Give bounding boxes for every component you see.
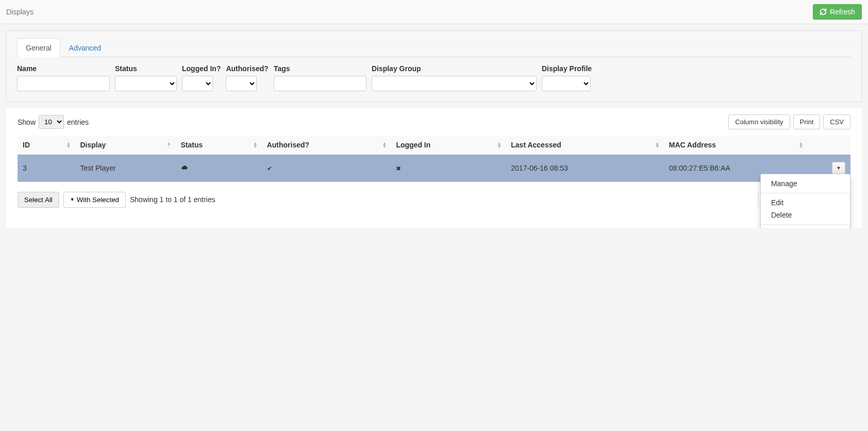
row-action-menu: ManageEditDeleteAuthoriseDefault LayoutS… [760, 174, 850, 228]
row-action-button[interactable]: ▼ [832, 162, 845, 174]
tags-input[interactable] [274, 76, 366, 91]
sort-icon: ▲▼ [253, 142, 258, 148]
filter-status-label: Status [115, 64, 177, 73]
entries-info: Showing 1 to 1 of 1 entries [130, 195, 215, 204]
sort-icon: ▲▼ [798, 142, 803, 148]
sort-icon: ▲▼ [66, 142, 71, 148]
cloud-icon [180, 164, 189, 171]
col-display[interactable]: Display▲▼ [75, 136, 175, 155]
cell-authorised [262, 155, 391, 182]
logged-in-select[interactable] [182, 76, 213, 91]
cell-last-accessed: 2017-06-16 08:53 [506, 155, 663, 182]
check-icon [267, 164, 272, 172]
sort-icon: ▲▼ [497, 142, 502, 148]
csv-button[interactable]: CSV [823, 114, 850, 129]
filter-panel: General Advanced Name Status Logged In? … [6, 30, 862, 102]
filter-status: Status [115, 64, 177, 91]
col-mac-address[interactable]: MAC Address▲▼ [664, 136, 808, 155]
cell-id: 3 [18, 155, 75, 182]
column-visibility-button[interactable]: Column visibility [728, 114, 790, 129]
col-authorised[interactable]: Authorised?▲▼ [262, 136, 391, 155]
caret-down-icon: ▼ [70, 197, 75, 202]
tab-advanced[interactable]: Advanced [60, 38, 110, 57]
table-controls-top: Show 10 entries Column visibility Print … [18, 114, 850, 129]
filter-tags-label: Tags [274, 64, 366, 73]
export-buttons: Column visibility Print CSV [728, 114, 850, 129]
menu-item-manage[interactable]: Manage [761, 177, 850, 190]
menu-item-delete[interactable]: Delete [761, 209, 850, 221]
filter-authorised-label: Authorised? [226, 64, 268, 73]
sort-icon: ▲▼ [382, 142, 387, 148]
select-all-button[interactable]: Select All [18, 192, 59, 208]
tab-general[interactable]: General [17, 38, 60, 57]
content-area: Show 10 entries Column visibility Print … [6, 108, 862, 228]
filter-tags: Tags [274, 64, 366, 91]
col-last-accessed[interactable]: Last Accessed▲▼ [506, 136, 663, 155]
show-label: Show [18, 118, 36, 126]
col-actions [807, 136, 850, 155]
sort-icon: ▲▼ [167, 142, 172, 148]
displays-table: ID▲▼ Display▲▼ Status▲▼ Authorised?▲▼ Lo… [18, 136, 850, 182]
filter-row: Name Status Logged In? Authorised? Tags … [17, 64, 851, 91]
top-bar: Displays Refresh [0, 0, 868, 24]
col-logged-in[interactable]: Logged In▲▼ [391, 136, 506, 155]
col-id[interactable]: ID▲▼ [18, 136, 75, 155]
cell-logged-in [391, 155, 506, 182]
name-input[interactable] [17, 76, 110, 91]
with-selected-label: With Selected [77, 196, 119, 204]
bottom-controls: Select All ▼ With Selected Showing 1 to … [18, 191, 850, 208]
with-selected-button[interactable]: ▼ With Selected [63, 192, 126, 208]
caret-down-icon: ▼ [837, 165, 841, 171]
menu-divider [761, 224, 850, 225]
filter-display-profile: Display Profile [542, 64, 592, 91]
refresh-icon [820, 8, 827, 15]
bottom-left: Select All ▼ With Selected Showing 1 to … [18, 192, 215, 208]
menu-item-edit[interactable]: Edit [761, 196, 850, 209]
filter-logged-in: Logged In? [182, 64, 221, 91]
times-icon [396, 164, 401, 172]
cell-status [175, 155, 261, 182]
display-profile-select[interactable] [542, 76, 591, 91]
sort-icon: ▲▼ [655, 142, 660, 148]
entries-select[interactable]: 10 [39, 115, 64, 129]
print-button[interactable]: Print [793, 114, 821, 129]
filter-display-profile-label: Display Profile [542, 64, 592, 73]
table-row[interactable]: 3 Test Player 2017-06-16 08:53 08:00:27:… [18, 155, 850, 182]
refresh-label: Refresh [830, 8, 855, 16]
filter-display-group-label: Display Group [372, 64, 537, 73]
menu-divider [761, 193, 850, 193]
table-header-row: ID▲▼ Display▲▼ Status▲▼ Authorised?▲▼ Lo… [18, 136, 850, 155]
authorised-select[interactable] [226, 76, 257, 91]
col-status[interactable]: Status▲▼ [175, 136, 261, 155]
filter-name-label: Name [17, 64, 110, 73]
page-title: Displays [6, 8, 34, 16]
filter-tabs: General Advanced [17, 38, 851, 57]
filter-display-group: Display Group [372, 64, 537, 91]
menu-item-authorise[interactable]: Authorise [761, 228, 850, 228]
filter-authorised: Authorised? [226, 64, 268, 91]
entries-label: entries [67, 118, 89, 126]
filter-name: Name [17, 64, 110, 91]
refresh-button[interactable]: Refresh [813, 4, 862, 20]
filter-logged-in-label: Logged In? [182, 64, 221, 73]
show-entries: Show 10 entries [18, 115, 89, 129]
status-select[interactable] [115, 76, 177, 91]
cell-display: Test Player [75, 155, 175, 182]
display-group-select[interactable] [372, 76, 537, 91]
